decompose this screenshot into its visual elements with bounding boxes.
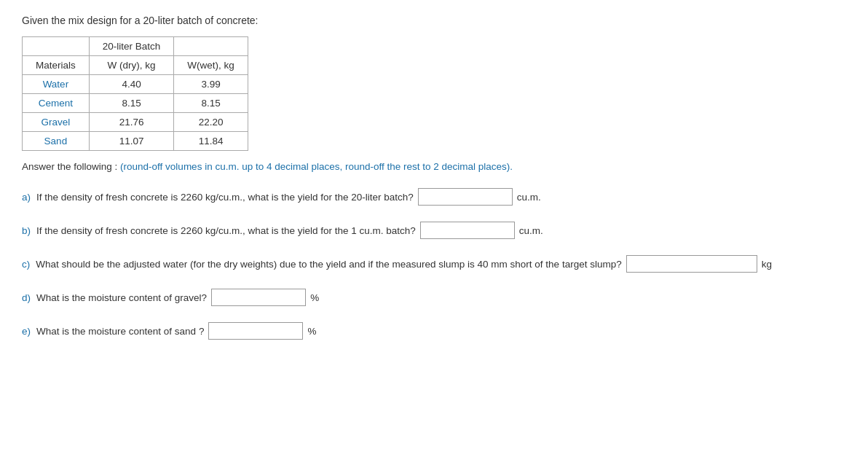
material-gravel: Gravel (23, 113, 90, 132)
question-b-input[interactable] (420, 222, 515, 239)
mix-design-table: 20-liter Batch Materials W (dry), kg W(w… (22, 36, 248, 151)
question-a-label: a) (22, 192, 31, 203)
gravel-wwet: 22.20 (174, 113, 248, 132)
table-row-cement: Cement 8.15 8.15 (23, 94, 248, 113)
material-cement: Cement (23, 94, 90, 113)
instructions-prefix: Answer the following : (22, 161, 120, 172)
question-b-block: b) If the density of fresh concrete is 2… (22, 222, 846, 239)
table-row-water: Water 4.40 3.99 (23, 75, 248, 94)
question-a-block: a) If the density of fresh concrete is 2… (22, 188, 846, 206)
col-header-materials: Materials (23, 56, 90, 75)
question-d-text: What is the moisture content of gravel? (36, 292, 207, 303)
question-e-input[interactable] (208, 322, 303, 340)
table-row-gravel: Gravel 21.76 22.20 (23, 113, 248, 132)
question-e-block: e) What is the moisture content of sand … (22, 322, 846, 340)
material-water: Water (23, 75, 90, 94)
sand-wdry: 11.07 (89, 132, 174, 151)
question-d-unit: % (310, 292, 319, 303)
table-header-row: Materials W (dry), kg W(wet), kg (23, 56, 248, 75)
instructions-block: Answer the following : (round-off volume… (22, 161, 846, 172)
col-header-wwet: W(wet), kg (174, 56, 248, 75)
water-wwet: 3.99 (174, 75, 248, 94)
col-header-wdry: W (dry), kg (89, 56, 174, 75)
question-c-block: c) What should be the adjusted water (fo… (22, 255, 846, 273)
question-e-label: e) (22, 326, 31, 337)
batch-label-row: 20-liter Batch (23, 37, 248, 56)
table-row-sand: Sand 11.07 11.84 (23, 132, 248, 151)
question-b-text: If the density of fresh concrete is 2260… (36, 225, 416, 236)
sand-wwet: 11.84 (174, 132, 248, 151)
gravel-wdry: 21.76 (89, 113, 174, 132)
cement-wdry: 8.15 (89, 94, 174, 113)
question-d-block: d) What is the moisture content of grave… (22, 289, 846, 306)
question-d-input[interactable] (211, 289, 306, 306)
question-e-text: What is the moisture content of sand ? (36, 326, 204, 337)
question-e-unit: % (307, 326, 316, 337)
question-c-text: What should be the adjusted water (for t… (36, 259, 621, 270)
question-b-unit: cu.m. (519, 225, 543, 236)
question-a-text: If the density of fresh concrete is 2260… (36, 192, 414, 203)
water-wdry: 4.40 (89, 75, 174, 94)
question-c-input[interactable] (626, 255, 757, 273)
question-c-unit: kg (762, 259, 772, 270)
instructions-hint: (round-off volumes in cu.m. up to 4 deci… (120, 161, 513, 172)
question-d-label: d) (22, 292, 31, 303)
question-b-label: b) (22, 225, 31, 236)
material-sand: Sand (23, 132, 90, 151)
intro-text: Given the mix design for a 20-liter batc… (22, 15, 846, 26)
question-a-input[interactable] (418, 188, 513, 206)
batch-label-cell: 20-liter Batch (89, 37, 174, 56)
cement-wwet: 8.15 (174, 94, 248, 113)
question-a-unit: cu.m. (517, 192, 541, 203)
question-c-label: c) (22, 259, 30, 270)
